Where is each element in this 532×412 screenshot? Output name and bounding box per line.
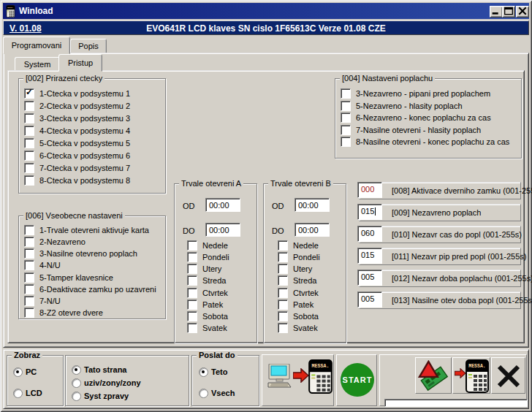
radio-dot[interactable]	[199, 389, 208, 398]
radio-dot[interactable]	[13, 367, 23, 377]
progress-bar	[384, 399, 528, 407]
status-panel	[379, 354, 527, 406]
group-title: Zobraz	[12, 351, 42, 359]
start-button-panel: START	[336, 354, 377, 406]
radio-dot[interactable]	[72, 365, 81, 375]
radio-dot[interactable]	[13, 389, 23, 398]
x-close-icon	[496, 364, 521, 389]
keypad-icon	[308, 359, 332, 394]
winload-window: Winload V. 01.08 EVO641R LCD klaves SN c…	[0, 0, 532, 412]
keypad-icon	[466, 359, 489, 393]
cancel-button[interactable]	[491, 357, 525, 394]
red-arrow-icon	[293, 368, 309, 383]
group-title: Poslat do	[197, 351, 238, 359]
pc-icon	[266, 364, 292, 389]
send-pc-to-keypad-button[interactable]	[262, 354, 334, 406]
group-zobraz: Zobraz	[7, 355, 64, 406]
radio-dot[interactable]	[72, 392, 81, 401]
send-to-keypad-button[interactable]	[452, 357, 490, 394]
radio-dot[interactable]	[199, 367, 208, 377]
start-button[interactable]: START	[341, 363, 374, 397]
pcb-warning-icon	[418, 360, 450, 391]
radio-dot[interactable]	[72, 378, 81, 388]
hardware-check-button[interactable]	[415, 357, 452, 394]
red-arrow-icon	[455, 368, 466, 378]
group-poslat-do: Poslat do	[191, 355, 259, 406]
